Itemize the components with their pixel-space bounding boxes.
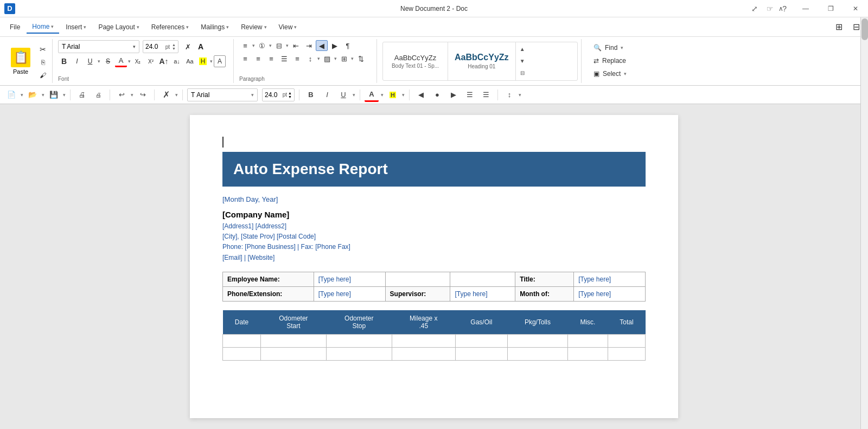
doc-address2[interactable]: [City], [State Prov] [Postal Code] [222,232,646,242]
open-btn[interactable]: 📂 [25,88,40,102]
date-cell-2[interactable] [223,347,261,360]
tb2-highlight-btn[interactable]: H [386,88,400,102]
ltr-btn[interactable]: ◀ [316,40,328,51]
print-preview-btn[interactable]: 🖨 [91,88,105,102]
tb2-align-left-btn[interactable]: ◀ [414,88,428,102]
text-aa-btn[interactable]: A [195,41,207,52]
align-right-btn[interactable]: ≡ [265,53,277,64]
font-size-down[interactable]: ▼ [172,47,176,50]
open-arrow[interactable]: ▾ [42,92,44,98]
doc-phone[interactable]: Phone: [Phone Business] | Fax: [Phone Fa… [222,242,646,252]
tb2-underline-btn[interactable]: U [336,88,350,102]
font-size-shrink-btn[interactable]: a↓ [171,55,183,67]
tb2-justify-btn[interactable]: ☰ [463,88,477,102]
superscript-button[interactable]: X² [145,55,157,67]
vertical-scrollbar[interactable] [860,104,868,429]
document-area[interactable]: Auto Expense Report [Month Day, Year] [C… [0,104,868,429]
font-name-dropdown[interactable]: T Arial ▾ [58,40,139,53]
underline-button[interactable]: U [84,55,96,67]
table-grid-btn[interactable]: ⊞ [831,20,846,35]
menu-home[interactable]: Home ▾ [27,21,59,34]
odo-start-cell-2[interactable] [261,347,327,360]
num-arrow[interactable]: ▾ [269,43,272,48]
style-heading-01[interactable]: AaBbCcYyZz Heading 01 [448,42,516,80]
align-left-btn[interactable]: ≡ [239,53,251,64]
linespacing-arrow[interactable]: ▾ [317,56,320,61]
supervisor-value[interactable]: [Type here] [450,286,515,301]
align-center-btn[interactable]: ≡ [252,53,264,64]
styles-scroll-down[interactable]: ▼ [517,55,528,67]
doc-date[interactable]: [Month Day, Year] [222,195,646,203]
font-size-grow-btn[interactable]: A↑ [158,55,170,67]
bold-button[interactable]: B [58,55,70,67]
pkg-cell-2[interactable] [507,347,567,360]
subscript-button[interactable]: X₂ [132,55,144,67]
border-arrow[interactable]: ▾ [351,56,354,61]
employee-name-value[interactable]: [Type here] [314,272,385,286]
styles-expand[interactable]: ⊟ [517,67,528,79]
numbered-list-btn[interactable]: ① [256,40,268,51]
ribbon-collapse-btn[interactable]: ∧ [768,0,793,17]
tb2-clear-btn[interactable]: ✗ [159,88,173,102]
border-btn[interactable]: ⊞ [338,53,350,64]
rtl-btn[interactable]: ▶ [329,40,341,51]
pkg-cell[interactable] [507,334,567,347]
strikethrough-button[interactable]: S [102,55,114,67]
menu-insert[interactable]: Insert ▾ [60,21,92,33]
text-case-btn[interactable]: Aa [184,55,196,67]
total-cell-2[interactable] [608,347,645,360]
highlight-btn[interactable]: H [197,55,209,67]
tb2-underline-arrow[interactable]: ▾ [353,92,355,98]
tb2-justify-last-btn[interactable]: ☰ [479,88,493,102]
tb2-fontcolor-arrow[interactable]: ▾ [381,92,384,98]
menu-page-layout[interactable]: Page Layout ▾ [93,21,144,33]
outline-list-btn[interactable]: ⊟ [273,40,285,51]
styles-scroll-up[interactable]: ▲ [517,43,528,55]
odo-stop-cell-2[interactable] [326,347,392,360]
align-last-btn[interactable]: ≡ [291,53,303,64]
tb2-align-center-btn[interactable]: ● [430,88,444,102]
find-button[interactable]: 🔍 Find ▾ [589,42,631,53]
mileage-cell[interactable] [392,334,455,347]
gas-cell-2[interactable] [455,347,507,360]
minimize-btn[interactable]: — [793,0,818,17]
doc-address1[interactable]: [Address1] [Address2] [222,221,646,232]
tb2-linespacing-btn[interactable]: ↕ [502,88,516,102]
clear-arrow[interactable]: ▾ [175,92,178,98]
paste-button[interactable]: 📋 Paste [7,46,35,77]
menu-mailings[interactable]: Mailings ▾ [195,21,234,33]
copy-button[interactable]: ⎘ [37,57,49,68]
find-dropdown-arrow[interactable]: ▾ [621,45,623,50]
underline-dropdown-arrow[interactable]: ▾ [98,59,100,64]
resize-icon[interactable]: ⤢ [751,4,758,13]
tb2-size-down[interactable]: ▼ [288,95,292,99]
redo-btn[interactable]: ↪ [136,88,150,102]
tb2-fontcolor-btn[interactable]: A [365,88,379,102]
font-color-btn[interactable]: A [115,55,127,67]
select-button[interactable]: ▣ Select ▾ [589,68,631,79]
tb2-align-right-btn[interactable]: ▶ [446,88,461,102]
clear-formatting-btn[interactable]: ✗ [182,41,194,52]
menu-references[interactable]: References ▾ [146,21,194,33]
select-dropdown-arrow[interactable]: ▾ [624,71,627,76]
phone-ext-value[interactable]: [Type here] [314,286,385,301]
doc-title[interactable]: Auto Expense Report [233,161,635,178]
font-size-dropdown[interactable]: 24.0 pt ▲ ▼ [143,40,178,53]
odo-stop-cell[interactable] [326,334,392,347]
doc-company-name[interactable]: [Company Name] [222,210,646,219]
save-arrow[interactable]: ▾ [63,92,66,98]
doc-email-website[interactable]: [Email] | [Website] [222,253,646,263]
shading-arrow[interactable]: ▾ [334,56,337,61]
maximize-btn[interactable]: ❐ [818,0,843,17]
bullet-list-btn[interactable]: ≡ [239,40,251,51]
odo-start-cell[interactable] [261,334,327,347]
misc-cell[interactable] [567,334,608,347]
font-size-up[interactable]: ▲ [172,43,176,47]
menu-review[interactable]: Review ▾ [235,21,272,33]
sort-btn[interactable]: ⇅ [355,53,367,64]
close-btn[interactable]: ✕ [843,0,868,17]
replace-button[interactable]: ⇄ Replace [589,55,631,66]
new-doc-arrow[interactable]: ▾ [21,92,23,98]
mileage-cell-2[interactable] [392,347,455,360]
text-border-btn[interactable]: A [214,55,226,67]
